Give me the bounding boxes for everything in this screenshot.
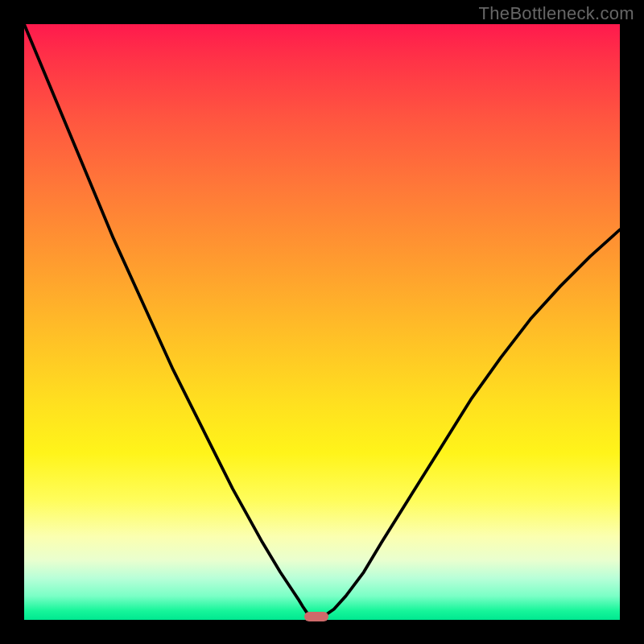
plot-area	[24, 24, 620, 620]
bottleneck-curve	[24, 24, 620, 620]
optimum-marker	[304, 612, 328, 621]
curve-path	[24, 24, 620, 620]
chart-frame: TheBottleneck.com	[0, 0, 644, 644]
watermark-text: TheBottleneck.com	[479, 3, 634, 24]
